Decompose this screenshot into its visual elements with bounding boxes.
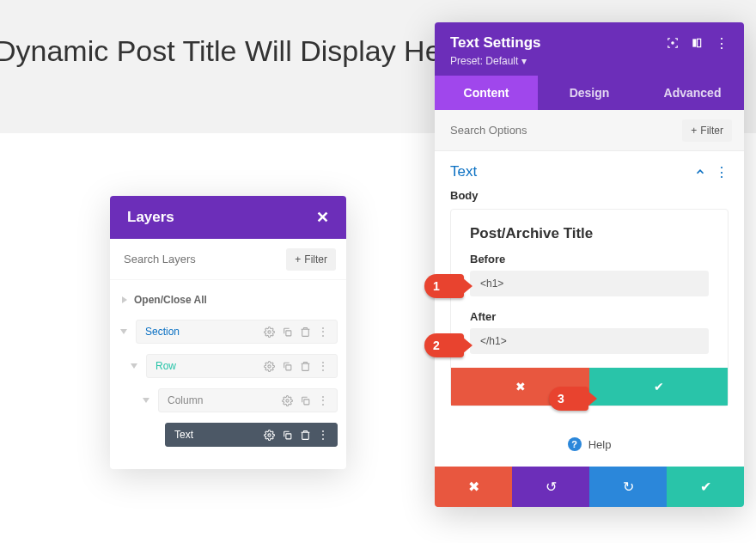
dynamic-content-box: Post/Archive Title Before After ✖ ✔ xyxy=(450,209,729,406)
layer-name: Row xyxy=(155,360,176,372)
before-label: Before xyxy=(470,253,709,265)
text-section-header[interactable]: Text ⋮ xyxy=(435,151,744,189)
duplicate-icon[interactable] xyxy=(282,326,293,338)
layer-name: Column xyxy=(168,394,203,406)
svg-point-6 xyxy=(268,433,271,436)
svg-point-4 xyxy=(286,399,289,401)
filter-label: Filter xyxy=(304,253,327,265)
gear-icon[interactable] xyxy=(264,326,275,338)
svg-rect-7 xyxy=(286,433,291,438)
callout-1: 1 xyxy=(424,274,464,298)
more-icon[interactable]: ⋮ xyxy=(318,429,328,441)
preset-dropdown[interactable]: Preset: Default ▾ xyxy=(450,55,729,67)
duplicate-icon[interactable] xyxy=(300,395,311,406)
layer-actions: ⋮ xyxy=(264,429,328,441)
filter-button[interactable]: + Filter xyxy=(682,119,732,142)
layer-row-text[interactable]: Text ⋮ xyxy=(110,418,346,452)
layer-name: Section xyxy=(145,326,180,338)
body-label: Body xyxy=(435,189,744,209)
layer-row-column[interactable]: Column ⋮ xyxy=(110,383,346,418)
trash-icon[interactable] xyxy=(300,361,311,372)
gear-icon[interactable] xyxy=(282,395,293,406)
save-button[interactable]: ✔ xyxy=(667,467,744,507)
open-close-all[interactable]: Open/Close All xyxy=(110,285,346,314)
discard-button[interactable]: ✖ xyxy=(435,467,512,507)
search-options-input[interactable] xyxy=(447,119,682,142)
undo-button[interactable]: ↺ xyxy=(512,467,589,507)
svg-rect-3 xyxy=(286,364,291,369)
settings-header[interactable]: Text Settings ⋮ Preset: Default ▾ xyxy=(435,22,744,76)
layer-actions: ⋮ xyxy=(264,360,328,372)
duplicate-icon[interactable] xyxy=(282,361,293,372)
callout-2: 2 xyxy=(424,333,464,357)
after-label: After xyxy=(470,310,709,323)
tab-design[interactable]: Design xyxy=(538,76,641,110)
more-icon[interactable]: ⋮ xyxy=(318,360,328,372)
callout-number: 1 xyxy=(433,279,440,293)
after-input[interactable] xyxy=(470,328,709,354)
layer-item-text[interactable]: Text ⋮ xyxy=(165,423,338,447)
search-layers-input[interactable] xyxy=(120,247,279,271)
svg-rect-9 xyxy=(692,39,696,46)
settings-search-bar: + Filter xyxy=(435,110,744,151)
layer-item-row[interactable]: Row ⋮ xyxy=(146,354,338,378)
callout-3: 3 xyxy=(549,387,588,411)
chevron-down-icon[interactable] xyxy=(129,363,139,369)
close-icon: ✖ xyxy=(515,380,526,394)
svg-point-0 xyxy=(268,330,271,333)
layer-item-column[interactable]: Column ⋮ xyxy=(158,388,338,412)
before-field-group: Before xyxy=(470,253,709,296)
svg-point-8 xyxy=(672,42,674,44)
trash-icon[interactable] xyxy=(300,326,311,338)
more-icon[interactable]: ⋮ xyxy=(318,394,328,406)
gear-icon[interactable] xyxy=(264,430,275,441)
settings-title: Text Settings xyxy=(450,34,540,52)
chevron-down-icon[interactable] xyxy=(141,398,151,403)
focus-icon[interactable] xyxy=(667,37,679,49)
open-close-label: Open/Close All xyxy=(134,294,207,306)
check-icon: ✔ xyxy=(700,479,711,495)
more-icon[interactable]: ⋮ xyxy=(715,164,729,180)
chevron-up-icon[interactable] xyxy=(694,166,706,178)
svg-rect-5 xyxy=(304,399,309,404)
chevron-down-icon: ▾ xyxy=(521,55,527,67)
layer-item-section[interactable]: Section ⋮ xyxy=(136,320,338,344)
expand-icon[interactable] xyxy=(691,37,703,49)
layers-panel: Layers ✕ + Filter Open/Close All Section… xyxy=(110,196,346,469)
callout-number: 2 xyxy=(433,339,440,352)
layers-tree: Open/Close All Section ⋮ Row xyxy=(110,280,346,469)
help-row[interactable]: ? Help xyxy=(435,422,744,467)
plus-icon: + xyxy=(295,253,301,265)
tab-content[interactable]: Content xyxy=(435,76,538,110)
before-input[interactable] xyxy=(470,271,709,296)
footer-actions: ✖ ↺ ↻ ✔ xyxy=(435,467,744,507)
header-icons: ⋮ xyxy=(667,35,729,52)
layers-title: Layers xyxy=(127,209,174,226)
settings-panel: Text Settings ⋮ Preset: Default ▾ Conten… xyxy=(435,22,744,507)
help-label: Help xyxy=(588,438,612,451)
redo-button[interactable]: ↻ xyxy=(589,467,667,507)
layer-row-row[interactable]: Row ⋮ xyxy=(110,349,346,383)
layer-row-section[interactable]: Section ⋮ xyxy=(110,314,346,349)
duplicate-icon[interactable] xyxy=(282,430,293,441)
section-actions: ⋮ xyxy=(694,164,729,180)
svg-rect-10 xyxy=(698,39,701,46)
callout-number: 3 xyxy=(558,392,564,406)
svg-point-2 xyxy=(268,364,271,367)
after-field-group: After xyxy=(470,310,709,354)
layers-header[interactable]: Layers ✕ xyxy=(110,196,346,239)
tab-advanced[interactable]: Advanced xyxy=(641,76,744,110)
more-icon[interactable]: ⋮ xyxy=(715,35,729,52)
trash-icon[interactable] xyxy=(300,430,311,441)
more-icon[interactable]: ⋮ xyxy=(318,326,328,338)
chevron-down-icon[interactable] xyxy=(119,329,129,334)
close-icon: ✖ xyxy=(468,479,479,495)
check-icon: ✔ xyxy=(654,380,664,394)
layer-actions: ⋮ xyxy=(282,394,328,406)
undo-icon: ↺ xyxy=(546,479,557,495)
confirm-button[interactable]: ✔ xyxy=(589,368,728,406)
close-icon[interactable]: ✕ xyxy=(316,208,329,227)
help-icon: ? xyxy=(568,437,582,451)
filter-button[interactable]: + Filter xyxy=(286,248,336,271)
gear-icon[interactable] xyxy=(264,361,275,372)
